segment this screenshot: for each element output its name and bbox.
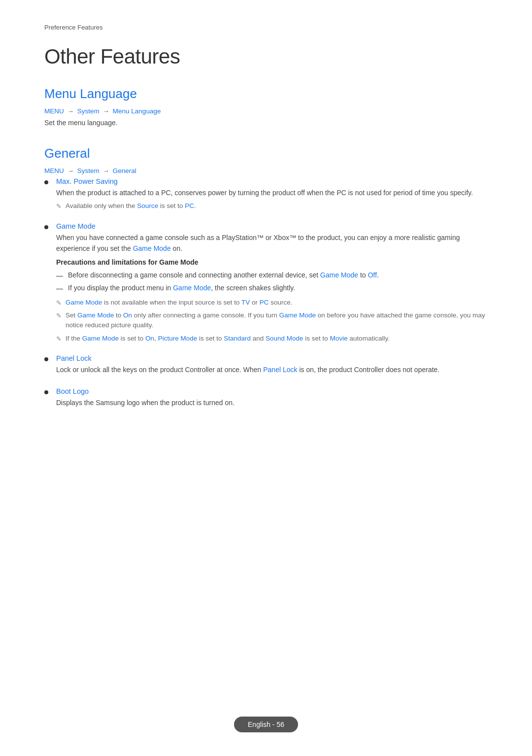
bullet-dot — [44, 180, 48, 184]
link-game-mode-n3: Game Mode — [82, 335, 119, 342]
note-icon: ✎ — [56, 202, 62, 211]
dash-mark-2: — — [56, 283, 63, 294]
footer-page-number: English - 56 — [234, 717, 298, 732]
link-standard: Standard — [224, 335, 251, 342]
note-icon-gm2: ✎ — [56, 311, 62, 321]
note-max-power-source: ✎ Available only when the Source is set … — [56, 201, 488, 211]
link-picture-mode: Picture Mode — [158, 335, 198, 342]
bullet-item-max-power-saving: Max. Power Saving When the product is at… — [44, 177, 488, 213]
section-menu-language: Menu Language MENU → System → Menu Langu… — [44, 86, 488, 128]
dash-mark-1: — — [56, 271, 63, 281]
general-bullet-list: Max. Power Saving When the product is at… — [44, 177, 488, 411]
bullet-desc-game-mode: When you have connected a game console s… — [56, 232, 488, 254]
section-title-general: General — [44, 146, 488, 161]
menu-path-general: MENU → System → General — [44, 167, 488, 174]
bullet-desc-boot-logo: Displays the Samsung logo when the produ… — [56, 397, 488, 408]
link-game-mode-2: Game Mode — [173, 284, 211, 292]
link-game-mode-1: Game Mode — [320, 271, 358, 279]
link-tv: TV — [241, 299, 250, 306]
link-on-n3: On — [145, 335, 154, 342]
dash-text-1: Before disconnecting a game console and … — [68, 270, 379, 280]
bullet-dot-game-mode — [44, 225, 48, 229]
link-pc: PC — [185, 202, 194, 209]
note-text-gm1: Game Mode is not available when the inpu… — [66, 298, 293, 308]
dash-list-game-mode: — Before disconnecting a game console an… — [56, 270, 488, 294]
general-menu-link-system: System — [77, 167, 100, 174]
bullet-item-panel-lock: Panel Lock Lock or unlock all the keys o… — [44, 354, 488, 378]
page-container: Preference Features Other Features Menu … — [0, 0, 532, 468]
bullet-desc-max-power: When the product is attached to a PC, co… — [56, 187, 488, 198]
link-game-mode-n2b: Game Mode — [279, 311, 316, 319]
bullet-title-game-mode: Game Mode — [56, 222, 488, 230]
menu-language-desc: Set the menu language. — [44, 118, 488, 128]
note-icon-gm1: ✎ — [56, 298, 62, 308]
note-text-gm3: If the Game Mode is set to On, Picture M… — [66, 334, 390, 344]
link-on-n2: On — [123, 311, 132, 319]
bullet-item-boot-logo: Boot Logo Displays the Samsung logo when… — [44, 387, 488, 411]
breadcrumb: Preference Features — [44, 24, 488, 31]
link-panel-lock: Panel Lock — [263, 366, 297, 374]
note-game-mode-1: ✎ Game Mode is not available when the in… — [56, 298, 488, 308]
bullet-content-game-mode: Game Mode When you have connected a game… — [56, 222, 488, 345]
link-sound-mode: Sound Mode — [266, 335, 303, 342]
link-game-mode-n2: Game Mode — [77, 311, 114, 319]
menu-link-menu: MENU — [44, 107, 64, 115]
link-game-mode-n1: Game Mode — [66, 299, 102, 306]
note-text-gm2: Set Game Mode to On only after connectin… — [66, 310, 488, 331]
bullet-content-boot-logo: Boot Logo Displays the Samsung logo when… — [56, 387, 488, 411]
note-game-mode-3: ✎ If the Game Mode is set to On, Picture… — [56, 334, 488, 344]
link-off-1: Off — [368, 271, 377, 279]
dash-item-1: — Before disconnecting a game console an… — [56, 270, 488, 281]
dash-text-2: If you display the product menu in Game … — [68, 283, 295, 293]
menu-link-system: System — [77, 107, 100, 115]
bullet-item-game-mode: Game Mode When you have connected a game… — [44, 222, 488, 345]
menu-path-menu-language: MENU → System → Menu Language — [44, 107, 488, 115]
note-icon-gm3: ✎ — [56, 334, 62, 344]
section-general: General MENU → System → General Max. Pow… — [44, 146, 488, 411]
bullet-title-max-power: Max. Power Saving — [56, 177, 488, 185]
link-pc-n1: PC — [260, 299, 269, 306]
bullet-title-panel-lock: Panel Lock — [56, 354, 488, 362]
bullet-dot-panel-lock — [44, 357, 48, 361]
bullet-dot-boot-logo — [44, 390, 48, 394]
dash-item-2: — If you display the product menu in Gam… — [56, 283, 488, 294]
section-title-menu-language: Menu Language — [44, 86, 488, 102]
precaution-heading: Precautions and limitations for Game Mod… — [56, 258, 488, 266]
note-game-mode-2: ✎ Set Game Mode to On only after connect… — [56, 310, 488, 331]
page-title: Other Features — [44, 45, 488, 69]
note-text-max-power: Available only when the Source is set to… — [66, 201, 196, 211]
link-source: Source — [137, 202, 158, 209]
general-menu-link-general: General — [113, 167, 136, 174]
menu-link-menu-language: Menu Language — [113, 107, 161, 115]
link-game-mode-inline: Game Mode — [133, 244, 171, 252]
bullet-title-boot-logo: Boot Logo — [56, 387, 488, 395]
general-menu-link-menu: MENU — [44, 167, 64, 174]
bullet-content-max-power: Max. Power Saving When the product is at… — [56, 177, 488, 213]
bullet-desc-panel-lock: Lock or unlock all the keys on the produ… — [56, 364, 488, 375]
bullet-content-panel-lock: Panel Lock Lock or unlock all the keys o… — [56, 354, 488, 378]
link-movie: Movie — [330, 335, 348, 342]
